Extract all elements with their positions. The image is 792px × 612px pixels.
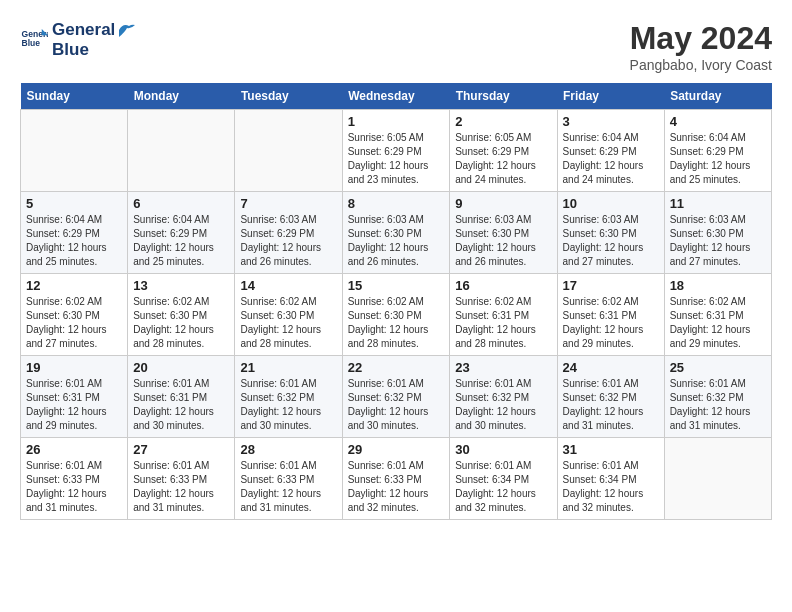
day-info: Sunrise: 6:05 AM Sunset: 6:29 PM Dayligh… [348,131,445,187]
day-number: 29 [348,442,445,457]
day-info: Sunrise: 6:01 AM Sunset: 6:32 PM Dayligh… [670,377,766,433]
day-info: Sunrise: 6:02 AM Sunset: 6:31 PM Dayligh… [455,295,551,351]
day-info: Sunrise: 6:01 AM Sunset: 6:32 PM Dayligh… [240,377,336,433]
header-day-thursday: Thursday [450,83,557,110]
day-number: 11 [670,196,766,211]
calendar-cell: 2Sunrise: 6:05 AM Sunset: 6:29 PM Daylig… [450,110,557,192]
day-number: 28 [240,442,336,457]
day-number: 3 [563,114,659,129]
calendar-cell: 8Sunrise: 6:03 AM Sunset: 6:30 PM Daylig… [342,192,450,274]
day-number: 21 [240,360,336,375]
day-number: 10 [563,196,659,211]
logo: General Blue General Blue [20,20,135,60]
day-info: Sunrise: 6:01 AM Sunset: 6:31 PM Dayligh… [133,377,229,433]
calendar-cell: 31Sunrise: 6:01 AM Sunset: 6:34 PM Dayli… [557,438,664,520]
calendar-cell: 12Sunrise: 6:02 AM Sunset: 6:30 PM Dayli… [21,274,128,356]
calendar-cell: 5Sunrise: 6:04 AM Sunset: 6:29 PM Daylig… [21,192,128,274]
calendar-cell [21,110,128,192]
calendar-cell: 4Sunrise: 6:04 AM Sunset: 6:29 PM Daylig… [664,110,771,192]
calendar-cell: 21Sunrise: 6:01 AM Sunset: 6:32 PM Dayli… [235,356,342,438]
day-number: 18 [670,278,766,293]
month-year-title: May 2024 [630,20,772,57]
calendar-cell: 16Sunrise: 6:02 AM Sunset: 6:31 PM Dayli… [450,274,557,356]
calendar-week-5: 26Sunrise: 6:01 AM Sunset: 6:33 PM Dayli… [21,438,772,520]
calendar-week-4: 19Sunrise: 6:01 AM Sunset: 6:31 PM Dayli… [21,356,772,438]
day-info: Sunrise: 6:03 AM Sunset: 6:30 PM Dayligh… [670,213,766,269]
day-number: 26 [26,442,122,457]
day-info: Sunrise: 6:05 AM Sunset: 6:29 PM Dayligh… [455,131,551,187]
day-number: 19 [26,360,122,375]
day-info: Sunrise: 6:01 AM Sunset: 6:33 PM Dayligh… [133,459,229,515]
calendar-cell: 18Sunrise: 6:02 AM Sunset: 6:31 PM Dayli… [664,274,771,356]
day-info: Sunrise: 6:01 AM Sunset: 6:33 PM Dayligh… [26,459,122,515]
logo-bird-icon [117,23,135,37]
day-info: Sunrise: 6:01 AM Sunset: 6:33 PM Dayligh… [348,459,445,515]
page-header: General Blue General Blue May 2024 Pangb… [20,20,772,73]
calendar-week-3: 12Sunrise: 6:02 AM Sunset: 6:30 PM Dayli… [21,274,772,356]
header-day-friday: Friday [557,83,664,110]
day-number: 22 [348,360,445,375]
calendar-cell: 6Sunrise: 6:04 AM Sunset: 6:29 PM Daylig… [128,192,235,274]
day-number: 9 [455,196,551,211]
calendar-cell: 13Sunrise: 6:02 AM Sunset: 6:30 PM Dayli… [128,274,235,356]
day-info: Sunrise: 6:03 AM Sunset: 6:29 PM Dayligh… [240,213,336,269]
calendar-cell: 15Sunrise: 6:02 AM Sunset: 6:30 PM Dayli… [342,274,450,356]
day-info: Sunrise: 6:04 AM Sunset: 6:29 PM Dayligh… [133,213,229,269]
calendar-cell: 29Sunrise: 6:01 AM Sunset: 6:33 PM Dayli… [342,438,450,520]
day-info: Sunrise: 6:03 AM Sunset: 6:30 PM Dayligh… [563,213,659,269]
logo-icon: General Blue [20,26,48,54]
day-info: Sunrise: 6:03 AM Sunset: 6:30 PM Dayligh… [348,213,445,269]
calendar-cell: 17Sunrise: 6:02 AM Sunset: 6:31 PM Dayli… [557,274,664,356]
day-info: Sunrise: 6:04 AM Sunset: 6:29 PM Dayligh… [670,131,766,187]
calendar-cell [235,110,342,192]
calendar-cell: 14Sunrise: 6:02 AM Sunset: 6:30 PM Dayli… [235,274,342,356]
calendar-cell: 19Sunrise: 6:01 AM Sunset: 6:31 PM Dayli… [21,356,128,438]
header-day-tuesday: Tuesday [235,83,342,110]
calendar-week-1: 1Sunrise: 6:05 AM Sunset: 6:29 PM Daylig… [21,110,772,192]
logo-text-blue: Blue [52,40,135,60]
day-number: 4 [670,114,766,129]
day-info: Sunrise: 6:01 AM Sunset: 6:32 PM Dayligh… [455,377,551,433]
day-number: 30 [455,442,551,457]
day-number: 27 [133,442,229,457]
day-info: Sunrise: 6:01 AM Sunset: 6:33 PM Dayligh… [240,459,336,515]
day-info: Sunrise: 6:02 AM Sunset: 6:31 PM Dayligh… [563,295,659,351]
day-number: 14 [240,278,336,293]
day-number: 7 [240,196,336,211]
day-number: 13 [133,278,229,293]
header-day-wednesday: Wednesday [342,83,450,110]
calendar-cell: 1Sunrise: 6:05 AM Sunset: 6:29 PM Daylig… [342,110,450,192]
calendar-cell: 27Sunrise: 6:01 AM Sunset: 6:33 PM Dayli… [128,438,235,520]
day-number: 2 [455,114,551,129]
header-day-saturday: Saturday [664,83,771,110]
location-subtitle: Pangbabo, Ivory Coast [630,57,772,73]
day-number: 25 [670,360,766,375]
calendar-cell: 9Sunrise: 6:03 AM Sunset: 6:30 PM Daylig… [450,192,557,274]
day-info: Sunrise: 6:01 AM Sunset: 6:34 PM Dayligh… [455,459,551,515]
calendar-cell: 24Sunrise: 6:01 AM Sunset: 6:32 PM Dayli… [557,356,664,438]
calendar-cell: 30Sunrise: 6:01 AM Sunset: 6:34 PM Dayli… [450,438,557,520]
calendar-cell: 22Sunrise: 6:01 AM Sunset: 6:32 PM Dayli… [342,356,450,438]
day-info: Sunrise: 6:04 AM Sunset: 6:29 PM Dayligh… [563,131,659,187]
day-number: 12 [26,278,122,293]
day-number: 15 [348,278,445,293]
day-info: Sunrise: 6:01 AM Sunset: 6:34 PM Dayligh… [563,459,659,515]
header-day-sunday: Sunday [21,83,128,110]
day-number: 23 [455,360,551,375]
calendar-cell: 20Sunrise: 6:01 AM Sunset: 6:31 PM Dayli… [128,356,235,438]
day-number: 17 [563,278,659,293]
calendar-cell: 7Sunrise: 6:03 AM Sunset: 6:29 PM Daylig… [235,192,342,274]
day-info: Sunrise: 6:01 AM Sunset: 6:31 PM Dayligh… [26,377,122,433]
calendar-cell: 3Sunrise: 6:04 AM Sunset: 6:29 PM Daylig… [557,110,664,192]
day-info: Sunrise: 6:01 AM Sunset: 6:32 PM Dayligh… [348,377,445,433]
day-number: 8 [348,196,445,211]
calendar-cell: 11Sunrise: 6:03 AM Sunset: 6:30 PM Dayli… [664,192,771,274]
calendar-table: SundayMondayTuesdayWednesdayThursdayFrid… [20,83,772,520]
day-info: Sunrise: 6:01 AM Sunset: 6:32 PM Dayligh… [563,377,659,433]
calendar-week-2: 5Sunrise: 6:04 AM Sunset: 6:29 PM Daylig… [21,192,772,274]
day-number: 24 [563,360,659,375]
day-info: Sunrise: 6:02 AM Sunset: 6:31 PM Dayligh… [670,295,766,351]
day-number: 1 [348,114,445,129]
calendar-cell: 26Sunrise: 6:01 AM Sunset: 6:33 PM Dayli… [21,438,128,520]
calendar-cell [128,110,235,192]
